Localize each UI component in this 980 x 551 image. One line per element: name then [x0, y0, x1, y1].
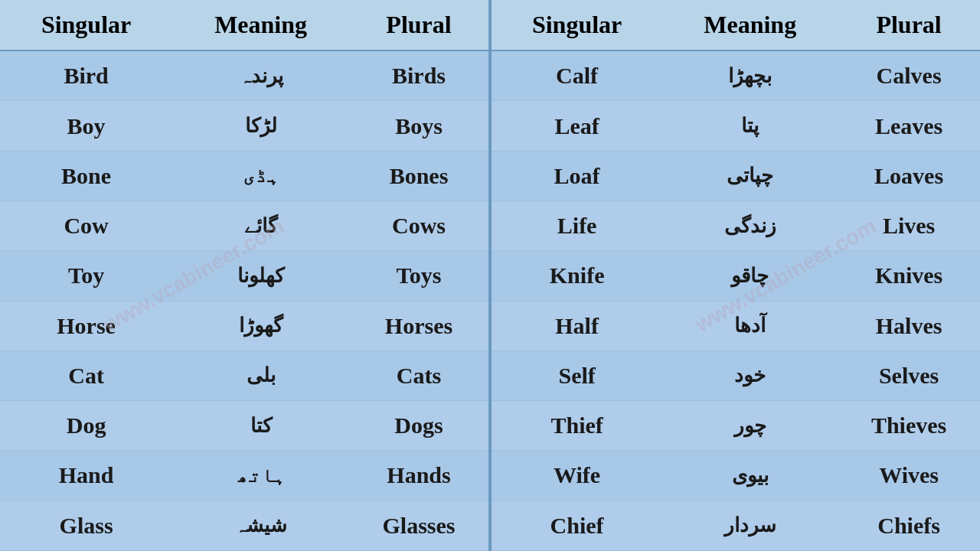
left-plural-cell: Horses: [349, 301, 488, 350]
right-singular-cell: Leaf: [492, 101, 662, 151]
right-meaning-cell: بچھڑا: [662, 51, 838, 101]
right-singular-cell: Knife: [492, 251, 662, 301]
main-container: www.vcabineer.com www.vcabineer.com Sing…: [0, 0, 980, 551]
right-header-singular: Singular: [492, 0, 662, 51]
right-plural-cell: Calves: [838, 51, 980, 101]
left-table-row: BoneہڈیBones: [0, 151, 488, 201]
left-meaning-cell: گھوڑا: [172, 301, 349, 350]
right-singular-cell: Half: [492, 301, 662, 350]
left-table-row: DogکتاDogs: [0, 401, 488, 451]
left-table-row: BirdپرندہBirds: [0, 51, 488, 101]
right-singular-cell: Self: [492, 350, 662, 400]
right-meaning-cell: سردار: [662, 500, 838, 550]
right-plural-cell: Leaves: [838, 101, 980, 151]
left-header-singular: Singular: [0, 0, 172, 51]
right-meaning-cell: چپاتی: [662, 151, 838, 201]
right-singular-cell: Loaf: [492, 151, 662, 201]
left-table: Singular Meaning Plural BirdپرندہBirdsBo…: [0, 0, 488, 551]
right-plural-cell: Selves: [838, 350, 980, 400]
right-table-row: LifeزندگیLives: [492, 201, 980, 250]
left-table-row: GlassشیشہGlasses: [0, 500, 488, 550]
right-table-row: ThiefچورThieves: [492, 401, 980, 451]
left-header-row: Singular Meaning Plural: [0, 0, 488, 51]
left-singular-cell: Boy: [0, 101, 172, 151]
right-table-row: CalfبچھڑاCalves: [492, 51, 980, 101]
left-meaning-cell: کتا: [172, 401, 349, 451]
right-table-section: Singular Meaning Plural CalfبچھڑاCalvesL…: [492, 0, 980, 551]
left-plural-cell: Glasses: [349, 500, 488, 550]
right-table-row: ChiefسردارChiefs: [492, 500, 980, 550]
left-singular-cell: Cat: [0, 350, 172, 400]
left-singular-cell: Hand: [0, 451, 172, 500]
right-meaning-cell: خود: [662, 350, 838, 400]
left-plural-cell: Cows: [349, 201, 488, 250]
left-singular-cell: Cow: [0, 201, 172, 250]
right-singular-cell: Calf: [492, 51, 662, 101]
left-meaning-cell: پرندہ: [172, 51, 349, 101]
right-header-row: Singular Meaning Plural: [492, 0, 980, 51]
left-header-meaning: Meaning: [172, 0, 349, 51]
right-table-row: WifeبیویWives: [492, 451, 980, 500]
right-plural-cell: Loaves: [838, 151, 980, 201]
left-singular-cell: Glass: [0, 500, 172, 550]
right-plural-cell: Wives: [838, 451, 980, 500]
right-header-meaning: Meaning: [662, 0, 838, 51]
right-singular-cell: Chief: [492, 500, 662, 550]
left-plural-cell: Birds: [349, 51, 488, 101]
right-plural-cell: Thieves: [838, 401, 980, 451]
right-singular-cell: Life: [492, 201, 662, 250]
left-table-body: BirdپرندہBirdsBoyلڑکاBoysBoneہڈیBonesCow…: [0, 51, 488, 551]
left-meaning-cell: ہڈی: [172, 151, 349, 201]
right-meaning-cell: پتا: [662, 101, 838, 151]
right-plural-cell: Chiefs: [838, 500, 980, 550]
left-table-row: HorseگھوڑاHorses: [0, 301, 488, 350]
left-plural-cell: Boys: [349, 101, 488, 151]
right-header-plural: Plural: [838, 0, 980, 51]
left-meaning-cell: ہاتھ: [172, 451, 349, 500]
right-table-row: LoafچپاتیLoaves: [492, 151, 980, 201]
left-singular-cell: Bone: [0, 151, 172, 201]
left-plural-cell: Dogs: [349, 401, 488, 451]
left-header-plural: Plural: [349, 0, 488, 51]
right-meaning-cell: چور: [662, 401, 838, 451]
left-table-section: Singular Meaning Plural BirdپرندہBirdsBo…: [0, 0, 488, 551]
right-meaning-cell: بیوی: [662, 451, 838, 500]
right-meaning-cell: زندگی: [662, 201, 838, 250]
left-plural-cell: Toys: [349, 251, 488, 301]
right-table: Singular Meaning Plural CalfبچھڑاCalvesL…: [492, 0, 980, 551]
left-plural-cell: Cats: [349, 350, 488, 400]
left-meaning-cell: شیشہ: [172, 500, 349, 550]
right-table-row: LeafپتاLeaves: [492, 101, 980, 151]
left-table-row: HandہاتھHands: [0, 451, 488, 500]
left-singular-cell: Bird: [0, 51, 172, 101]
left-meaning-cell: لڑکا: [172, 101, 349, 151]
right-singular-cell: Thief: [492, 401, 662, 451]
left-plural-cell: Bones: [349, 151, 488, 201]
left-table-row: CatبلیCats: [0, 350, 488, 400]
left-singular-cell: Dog: [0, 401, 172, 451]
left-table-row: BoyلڑکاBoys: [0, 101, 488, 151]
right-plural-cell: Halves: [838, 301, 980, 350]
right-singular-cell: Wife: [492, 451, 662, 500]
right-table-row: SelfخودSelves: [492, 350, 980, 400]
right-plural-cell: Knives: [838, 251, 980, 301]
left-meaning-cell: بلی: [172, 350, 349, 400]
left-plural-cell: Hands: [349, 451, 488, 500]
